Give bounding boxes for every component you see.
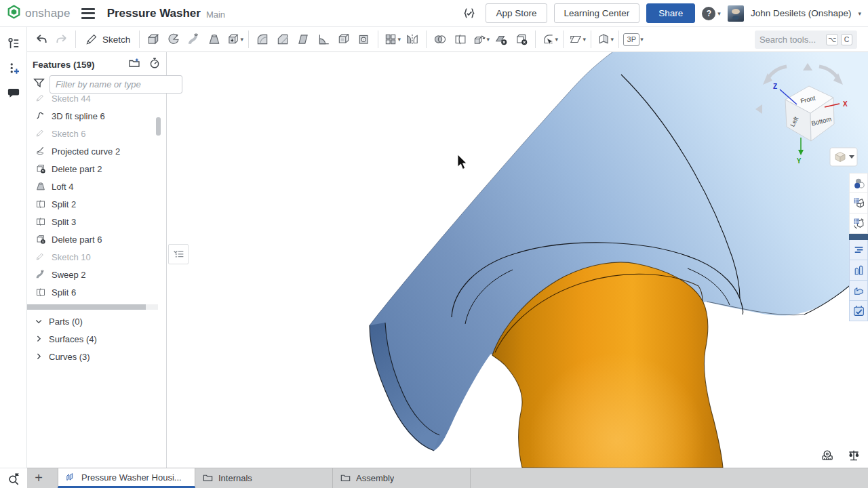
graphics-viewport[interactable]: Front Left Bottom Z X Y [167, 52, 868, 468]
chevron-down-icon[interactable]: ▾ [241, 36, 244, 43]
section-surfaces[interactable]: Surfaces (4) [27, 330, 166, 348]
display-states-icon[interactable] [849, 193, 868, 214]
loft-tool-button[interactable] [204, 29, 224, 49]
plane-tool-button[interactable]: ▾ [567, 29, 587, 49]
sweep-tool-button[interactable] [184, 29, 204, 49]
app-store-button[interactable]: App Store [486, 3, 547, 23]
feature-item-label: Projected curve 2 [52, 146, 120, 157]
fillet-tool-button[interactable] [252, 29, 273, 49]
feature-item[interactable]: Sketch 44 [27, 89, 158, 107]
split-icon [454, 33, 467, 46]
model-canvas[interactable]: Front Left Bottom Z X Y [167, 52, 868, 468]
chevron-down-icon[interactable]: ▾ [487, 36, 490, 43]
feature-item[interactable]: Sweep 2 [27, 266, 158, 283]
new-tab-button[interactable]: + [28, 468, 49, 488]
hole-tool-button[interactable] [354, 29, 374, 49]
redo-tool-button[interactable] [52, 29, 72, 49]
versions-history-icon[interactable] [3, 58, 24, 79]
transform-tool-button[interactable]: ▾ [471, 29, 491, 49]
parts-list-icon[interactable] [849, 260, 868, 281]
measure-icon[interactable] [821, 448, 835, 463]
chevron-down-icon[interactable]: ▾ [611, 36, 614, 43]
extrude-tool-button[interactable] [143, 29, 163, 49]
feature-item[interactable]: 3D fit spline 6 [27, 107, 158, 125]
help-icon[interactable]: ? [702, 7, 715, 20]
section-parts[interactable]: Parts (0) [27, 312, 166, 330]
chevron-right-icon[interactable] [34, 352, 44, 362]
3p-badge-tool-button[interactable]: 3P▾ [623, 29, 644, 49]
sketch-icon [35, 251, 46, 262]
user-menu-label[interactable]: John Desilets (Onshape) [751, 8, 852, 18]
chevron-down-icon[interactable]: ▾ [640, 36, 644, 43]
linear-pattern-tool-button[interactable]: ▾ [382, 29, 402, 49]
search-tabs-icon[interactable] [0, 468, 27, 488]
feature-list-icon[interactable] [3, 33, 24, 54]
sketch-label: Sketch [102, 35, 130, 45]
view-options-button[interactable] [830, 148, 857, 166]
sketch-icon [35, 93, 46, 104]
panel-collapse-toggle[interactable] [168, 244, 189, 264]
tool-search-input[interactable] [760, 35, 823, 45]
draft-tool-button[interactable] [293, 29, 313, 49]
user-avatar[interactable] [728, 5, 744, 22]
hole-icon [357, 33, 371, 46]
delete-part-tool-button[interactable] [511, 29, 532, 49]
feature-item-label: 3D fit spline 6 [52, 111, 105, 121]
chamfer-tool-button[interactable] [273, 29, 293, 49]
workspace-name[interactable]: Main [206, 9, 225, 20]
feature-item[interactable]: Delete part 2 [27, 160, 158, 178]
mirror-tool-button[interactable] [402, 29, 422, 49]
shell-tool-button[interactable] [334, 29, 354, 49]
section-tool-button[interactable]: ▾ [595, 29, 615, 49]
boolean-tool-button[interactable] [430, 29, 450, 49]
rib-tool-button[interactable] [313, 29, 334, 49]
panel-separator[interactable] [849, 234, 868, 240]
feature-item[interactable]: Split 6 [27, 283, 158, 301]
revolve-tool-button[interactable] [163, 29, 184, 49]
feature-item[interactable]: Loft 4 [27, 178, 158, 195]
feature-item[interactable]: Sketch 10 [27, 248, 158, 266]
delete-face-tool-button[interactable] [491, 29, 511, 49]
tab-internals[interactable]: Internals [195, 468, 333, 488]
rollback-timer-icon[interactable] [149, 57, 161, 72]
share-button[interactable]: Share [646, 3, 695, 23]
versions-calendar-icon[interactable] [849, 301, 868, 321]
chevron-down-icon[interactable] [34, 317, 44, 327]
new-folder-icon[interactable] [128, 57, 140, 72]
feature-item[interactable]: Sketch 6 [27, 125, 158, 142]
feature-item[interactable]: Delete part 6 [27, 230, 158, 248]
thicken-icon [226, 33, 240, 46]
chevron-down-icon[interactable]: ▾ [858, 10, 861, 17]
comment-list-icon[interactable] [849, 240, 868, 260]
section-curves[interactable]: Curves (3) [27, 348, 166, 365]
help-menu[interactable]: ? ▾ [702, 7, 721, 20]
named-positions-icon[interactable] [849, 214, 868, 234]
feature-item[interactable]: Split 2 [27, 195, 158, 213]
chevron-right-icon[interactable] [34, 334, 44, 344]
chevron-down-icon[interactable]: ▾ [398, 36, 401, 43]
onshape-logo[interactable]: onshape [7, 5, 71, 22]
mass-properties-icon[interactable] [846, 448, 861, 463]
tab-pressure-washer-housi[interactable]: Pressure Washer Housi... [58, 468, 195, 488]
tool-search[interactable]: ⌥ C [755, 30, 857, 49]
comments-icon[interactable] [3, 83, 24, 103]
undo-tool-button[interactable] [31, 29, 52, 49]
thicken-tool-button[interactable]: ▾ [224, 29, 245, 49]
modify-fillet-tool-button[interactable]: ▾ [539, 29, 559, 49]
feature-item[interactable]: Projected curve 2 [27, 142, 158, 160]
tab-assembly[interactable]: Assembly [333, 468, 471, 488]
appearance-icon[interactable] [849, 173, 868, 193]
feature-item[interactable]: Split 3 [27, 213, 158, 230]
learning-center-button[interactable]: Learning Center [554, 3, 640, 23]
main-menu-icon[interactable] [81, 8, 95, 19]
sketch-tool-button[interactable]: Sketch [79, 29, 136, 49]
dev-api-icon[interactable] [458, 3, 479, 24]
delete-part-icon [35, 234, 46, 245]
chevron-down-icon[interactable]: ▾ [555, 36, 559, 43]
feature-list-hscrollbar[interactable] [27, 304, 158, 310]
extrude-icon [146, 33, 160, 46]
split-tool-button[interactable] [450, 29, 471, 49]
feature-list-scrollbar[interactable] [156, 117, 161, 136]
chevron-down-icon[interactable]: ▾ [583, 36, 587, 43]
part-shape-icon[interactable] [849, 281, 868, 301]
